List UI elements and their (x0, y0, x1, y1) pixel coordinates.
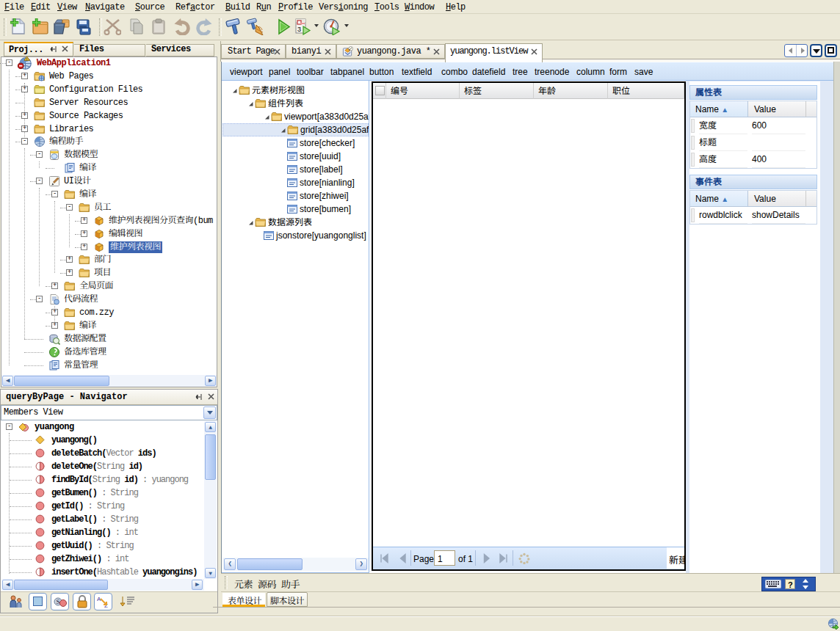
svg-text:S: S (57, 598, 60, 605)
svg-text:3: 3 (297, 26, 301, 33)
